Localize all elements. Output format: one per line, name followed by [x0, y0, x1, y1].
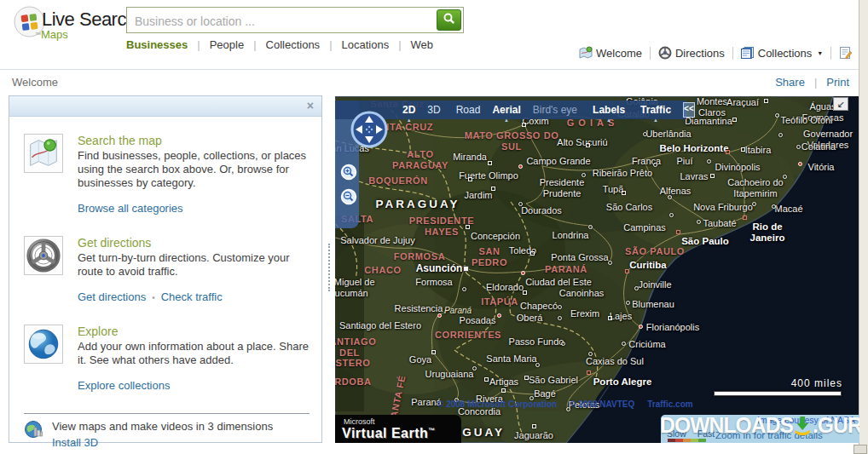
tab-collections[interactable]: Collections	[266, 38, 321, 51]
globe-3d-icon	[24, 420, 44, 444]
search-box	[126, 7, 464, 33]
map-tool-labels[interactable]: Labels▲	[587, 104, 631, 116]
toolbar-label: Collections	[758, 47, 813, 60]
panel-divider	[24, 413, 310, 414]
trademark: ™	[35, 32, 41, 37]
brand-maps: ™Maps	[35, 28, 68, 41]
active-indicator: ▲	[504, 118, 509, 123]
map-tool-road[interactable]: Road	[450, 104, 487, 116]
get-directions-link[interactable]: Get directions	[78, 290, 146, 303]
live-search-maps-window: Live Search ™Maps Businesses|People|Coll…	[0, 0, 868, 454]
section-text: Get turn-by-turn directions. Customize y…	[78, 251, 315, 279]
map-pin-icon	[24, 134, 63, 173]
credit-text: Traffic.com	[647, 399, 692, 409]
section-body: Search the mapFind businesses, people, c…	[78, 134, 315, 216]
compass-control[interactable]	[350, 110, 389, 149]
tab-businesses[interactable]: Businesses	[126, 38, 188, 51]
link-separator: •	[152, 293, 155, 302]
section-title: Search the map	[78, 134, 315, 147]
directions-button[interactable]: Directions	[658, 46, 725, 60]
browse-all-categories-link[interactable]: Browse all categories	[78, 202, 183, 215]
map-tool-traffic[interactable]: Traffic▲	[634, 104, 677, 116]
explore-collections-link[interactable]: Explore collections	[78, 379, 170, 392]
map-credits: © 2008 Microsoft Corporation© 2008 NAVTE…	[437, 399, 693, 409]
toolbar-separator	[732, 47, 733, 60]
section-body: Get directionsGet turn-by-turn direction…	[78, 236, 315, 304]
panel-sections: Search the mapFind businesses, people, c…	[9, 117, 321, 393]
map-expand-button[interactable]: ↙	[833, 97, 848, 111]
tab-people[interactable]: People	[210, 38, 244, 51]
nav-tabs: Businesses|People|Collections|Locations|…	[126, 38, 433, 51]
active-indicator: ▲	[606, 118, 611, 123]
header: Live Search ™Maps Businesses|People|Coll…	[0, 0, 859, 70]
tab-separator: |	[329, 38, 332, 51]
install-3d-link[interactable]: Install 3D	[52, 436, 98, 449]
tab-web[interactable]: Web	[411, 38, 434, 51]
tab-separator: |	[398, 38, 401, 51]
welcome-button[interactable]: Welcome	[579, 46, 642, 60]
zoom-out-button[interactable]	[340, 188, 357, 205]
microsoft-label: Microsoft	[344, 417, 375, 426]
map-tool-3d[interactable]: 3D	[421, 104, 446, 116]
globe-icon	[24, 325, 63, 364]
traffic-legend-labels: Slow Fast	[667, 428, 715, 439]
panel-section: Search the mapFind businesses, people, c…	[24, 134, 321, 216]
toolbar-separator	[650, 47, 651, 60]
map-canvas[interactable]: Santa CruzGoiâniaCatalãoSan LucasSANTA C…	[335, 96, 859, 443]
section-links: Explore collections	[78, 377, 315, 393]
check-traffic-link[interactable]: Check traffic	[161, 290, 223, 303]
map-icon	[579, 46, 593, 60]
zoom-in-button[interactable]	[340, 164, 357, 181]
map-tool-2d[interactable]: 2D▲	[396, 104, 421, 116]
toolbar-label: Directions	[675, 47, 725, 60]
search-icon	[443, 12, 456, 26]
panel-header: ×	[9, 96, 321, 117]
chevron-down-icon: ▼	[817, 50, 823, 56]
scrollbar[interactable]	[859, 0, 868, 454]
section-title: Get directions	[78, 236, 315, 250]
share-link[interactable]: Share	[775, 76, 805, 89]
install-3d-block: View maps and make videos in 3 dimension…	[52, 420, 273, 450]
panel-close-button[interactable]: ×	[307, 99, 314, 112]
credit-text: © 2008 Microsoft Corporation	[437, 399, 557, 409]
traffic-legend: Image courtesy of NASA Slow Fast Zoom in…	[661, 415, 859, 443]
map-tool-aerial[interactable]: Aerial▲	[486, 104, 526, 116]
page-title: Welcome	[12, 76, 58, 89]
tab-separator: |	[253, 38, 256, 51]
share-print-separator: |	[814, 76, 817, 89]
virtual-earth-label: Virtual Earth™	[342, 426, 436, 441]
scale-label: 400 miles	[736, 377, 842, 389]
section-text: Add your own information about a place. …	[78, 340, 315, 367]
resize-grip[interactable]	[854, 445, 867, 454]
active-indicator: ▲	[407, 118, 412, 123]
collections-button[interactable]: Collections▼	[741, 46, 824, 60]
panel-footer: View maps and make videos in 3 dimension…	[24, 420, 321, 450]
credit-text: © 2008 NAVTEQ	[570, 399, 634, 409]
search-button[interactable]	[437, 9, 461, 31]
nasa-credit: Image courtesy of NASA	[757, 415, 855, 425]
install-3d-text: View maps and make videos in 3 dimension…	[52, 420, 273, 433]
share-print: Share | Print	[775, 76, 849, 89]
maps-label: Maps	[41, 28, 68, 41]
toolbar-label: Welcome	[596, 47, 642, 60]
print-link[interactable]: Print	[826, 76, 849, 89]
search-input[interactable]	[133, 11, 426, 31]
toolbar-separator	[830, 47, 831, 60]
map-tool-bird-s-eye[interactable]: Bird's eye	[527, 104, 583, 116]
note-icon	[839, 46, 853, 60]
legend-color	[691, 439, 698, 442]
section-text: Find businesses, people, collections, or…	[78, 149, 315, 190]
virtual-earth-logo: Microsoft Virtual Earth™	[335, 415, 461, 443]
welcome-panel: × Search the mapFind businesses, people,…	[9, 95, 322, 443]
scale-bar	[714, 391, 842, 396]
section-links: Browse all categories	[78, 200, 315, 216]
section-body: ExploreAdd your own information about a …	[78, 325, 315, 393]
legend-color	[675, 439, 683, 442]
legend-color	[698, 439, 706, 442]
note-button[interactable]	[839, 46, 853, 60]
tab-locations[interactable]: Locations	[342, 38, 390, 51]
splitter-handle[interactable]	[328, 244, 333, 291]
legend-color	[683, 439, 691, 442]
collapse-panel-button[interactable]: <<	[683, 102, 695, 118]
collections-icon	[741, 46, 755, 60]
